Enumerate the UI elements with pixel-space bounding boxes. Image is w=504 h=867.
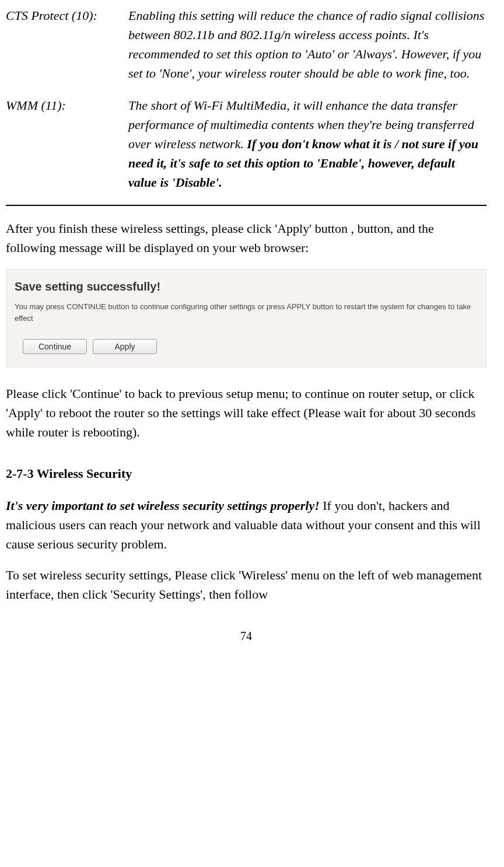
apply-button[interactable]: Apply [93,339,157,354]
paragraph-security-importance: It's very important to set wireless secu… [6,496,487,554]
section-heading-wireless-security: 2-7-3 Wireless Security [6,464,487,483]
definition-wmm-label: WMM (11): [6,96,128,192]
paragraph-continue-apply: Please click 'Continue' to back to previ… [6,384,487,442]
button-row: Continue Apply [15,339,478,354]
divider [6,205,487,206]
definition-cts-body: Enabling this setting will reduce the ch… [128,6,487,83]
save-success-panel: Save setting successfully! You may press… [6,269,487,368]
paragraph-security-bold: It's very important to set wireless secu… [6,498,320,513]
save-success-text: You may press CONTINUE button to continu… [15,301,478,324]
definition-wmm-body: The short of Wi-Fi MultiMedia, it will e… [128,96,487,192]
continue-button[interactable]: Continue [23,339,87,354]
paragraph-security-instruction: To set wireless security settings, Pleas… [6,565,487,604]
definition-cts: CTS Protect (10): Enabling this setting … [6,6,487,83]
definition-cts-label: CTS Protect (10): [6,6,128,83]
definition-wmm: WMM (11): The short of Wi-Fi MultiMedia,… [6,96,487,192]
save-success-title: Save setting successfully! [15,278,478,295]
paragraph-apply-instruction: After you finish these wireless settings… [6,219,487,257]
page-number: 74 [6,627,487,645]
